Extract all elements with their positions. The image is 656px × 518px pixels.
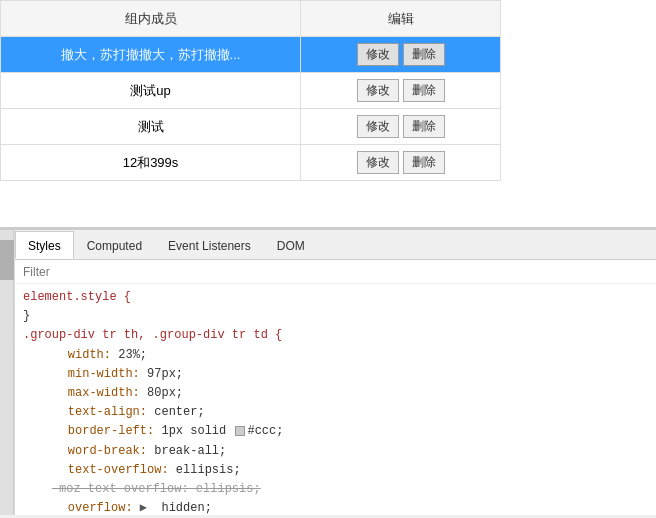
tab-event-listeners[interactable]: Event Listeners xyxy=(155,231,264,259)
table-row[interactable]: 12和399s修改删除 xyxy=(1,145,501,181)
devtools-panel: Styles Computed Event Listeners DOM elem… xyxy=(14,230,656,515)
col-header-member: 组内成员 xyxy=(1,1,301,37)
table-row[interactable]: 测试up修改删除 xyxy=(1,73,501,109)
delete-button[interactable]: 删除 xyxy=(403,43,445,66)
col-header-edit: 编辑 xyxy=(301,1,501,37)
css-line: } xyxy=(15,307,656,326)
css-line: overflow: ▶ hidden; xyxy=(15,499,656,515)
delete-button[interactable]: 删除 xyxy=(403,115,445,138)
devtools-tabs: Styles Computed Event Listeners DOM xyxy=(15,230,656,260)
modify-button[interactable]: 修改 xyxy=(357,79,399,102)
cell-edit: 修改删除 xyxy=(301,37,501,73)
cell-member: 测试up xyxy=(1,73,301,109)
modify-button[interactable]: 修改 xyxy=(357,43,399,66)
cell-member: 12和399s xyxy=(1,145,301,181)
css-line: .group-div tr th, .group-div tr td { xyxy=(15,326,656,345)
top-area: 组内成员 编辑 撤大，苏打撤撤大，苏打撤撤...修改删除测试up修改删除测试修改… xyxy=(0,0,656,230)
css-line: width: 23%; xyxy=(15,346,656,365)
tab-dom[interactable]: DOM xyxy=(264,231,318,259)
cell-member: 测试 xyxy=(1,109,301,145)
css-line: -moz-text-overflow: ellipsis; xyxy=(15,480,656,499)
css-line: max-width: 80px; xyxy=(15,384,656,403)
css-line: border-left: 1px solid #ccc; xyxy=(15,422,656,441)
modify-button[interactable]: 修改 xyxy=(357,151,399,174)
table-row[interactable]: 撤大，苏打撤撤大，苏打撤撤...修改删除 xyxy=(1,37,501,73)
tab-computed[interactable]: Computed xyxy=(74,231,155,259)
devtools-area: Styles Computed Event Listeners DOM elem… xyxy=(0,230,656,515)
css-line: min-width: 97px; xyxy=(15,365,656,384)
scrollbar-thumb[interactable] xyxy=(0,240,14,280)
cell-edit: 修改删除 xyxy=(301,73,501,109)
devtools-scrollbar[interactable] xyxy=(0,230,14,515)
delete-button[interactable]: 删除 xyxy=(403,79,445,102)
filter-input[interactable] xyxy=(23,265,648,279)
devtools-content: element.style {}.group-div tr th, .group… xyxy=(15,284,656,515)
cell-member: 撤大，苏打撤撤大，苏打撤撤... xyxy=(1,37,301,73)
modify-button[interactable]: 修改 xyxy=(357,115,399,138)
css-line: text-overflow: ellipsis; xyxy=(15,461,656,480)
devtools-filter xyxy=(15,260,656,284)
css-line: element.style { xyxy=(15,288,656,307)
cell-edit: 修改删除 xyxy=(301,145,501,181)
tab-styles[interactable]: Styles xyxy=(15,231,74,259)
table-row[interactable]: 测试修改删除 xyxy=(1,109,501,145)
css-line: text-align: center; xyxy=(15,403,656,422)
cell-edit: 修改删除 xyxy=(301,109,501,145)
css-line: word-break: break-all; xyxy=(15,442,656,461)
data-table: 组内成员 编辑 撤大，苏打撤撤大，苏打撤撤...修改删除测试up修改删除测试修改… xyxy=(0,0,501,181)
delete-button[interactable]: 删除 xyxy=(403,151,445,174)
